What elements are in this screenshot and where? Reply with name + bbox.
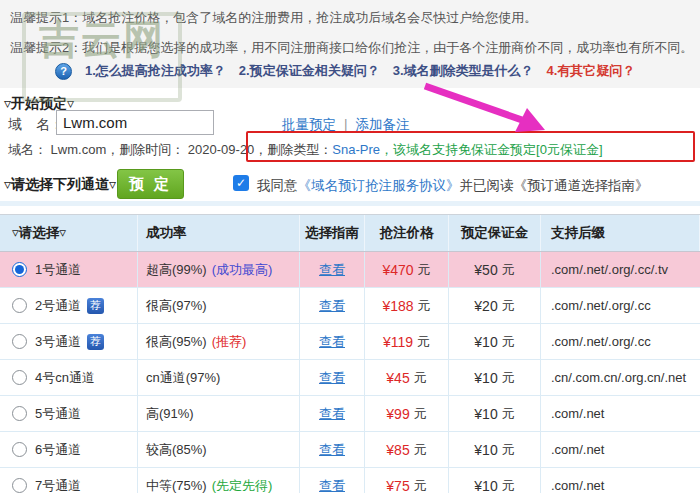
price-unit: 元 <box>417 333 430 351</box>
recommend-badge: 荐 <box>87 334 104 350</box>
header-suffixes: 支持后缀 <box>541 215 700 251</box>
rate-cell: 超高(99%) (成功最高) <box>138 252 300 287</box>
guide-cell: 查看 <box>300 288 365 323</box>
price-value: ¥470 <box>382 262 413 278</box>
agree-prefix: 我同意 <box>257 178 298 193</box>
faq-row: ? 1.怎么提高抢注成功率？ 2.预定保证金相关疑问？ 3.域名删除类型是什么？… <box>55 62 635 80</box>
suffix-cell: .com/.net/.org/.cc/.tv <box>541 252 700 287</box>
price-cell: ¥470 元 <box>365 252 449 287</box>
deposit-cell: ¥10 元 <box>449 324 541 359</box>
recommend-badge: 荐 <box>87 298 104 314</box>
rate-cell: 中等(75%) (先定先得) <box>138 468 300 493</box>
suffix-cell: .com/.net/.org/.cc <box>541 288 700 323</box>
channel-radio[interactable] <box>12 370 27 385</box>
header-guide: 选择指南 <box>300 215 365 251</box>
suffix-cell: .com/.net <box>541 432 700 467</box>
rate-cell: 很高(97%) <box>138 288 300 323</box>
service-agreement-link[interactable]: 《域名预订抢注服务协议》 <box>298 178 460 193</box>
help-icon: ? <box>55 63 72 80</box>
suffixes: .com/.net/.org/.cc/.tv <box>551 262 668 277</box>
select-cell: 7号通道 <box>0 468 138 493</box>
rate-cell: 很高(95%) (推荐) <box>138 324 300 359</box>
agreement-line: 我同意《域名预订抢注服务协议》并已阅读《预订通道选择指南》 <box>257 177 649 195</box>
view-guide-link[interactable]: 查看 <box>319 405 345 423</box>
price-unit: 元 <box>414 369 427 387</box>
deposit-cell: ¥10 元 <box>449 360 541 395</box>
price-cell: ¥99 元 <box>365 396 449 431</box>
faq-link-deposit[interactable]: 2.预定保证金相关疑问？ <box>239 62 380 80</box>
guide-cell: 查看 <box>300 324 365 359</box>
domain-info-line: 域名： Lwm.com，删除时间： 2020-09-20，删除类型：Sna-Pr… <box>8 141 603 159</box>
channel-section-title: ▿请选择下列通道▿ <box>4 176 116 194</box>
deposit-value: ¥10 <box>474 442 497 458</box>
view-guide-link[interactable]: 查看 <box>319 297 345 315</box>
suffixes: .com/.net <box>551 442 604 457</box>
notice-line-2: 温馨提示2：我们是根据您选择的成功率，用不同注册商接口给你们抢注，由于各个注册商… <box>10 39 693 57</box>
header-select: ▿请选择▿ <box>0 215 138 251</box>
agree-checkbox[interactable]: ✓ <box>233 175 249 191</box>
channel-radio[interactable] <box>12 334 27 349</box>
deposit-unit: 元 <box>502 297 515 315</box>
suffix-cell: .com/.net <box>541 468 700 493</box>
price-unit: 元 <box>414 477 427 493</box>
domain-info-prefix: 域名： Lwm.com，删除时间： 2020-09-20， <box>8 142 267 157</box>
view-guide-link[interactable]: 查看 <box>319 441 345 459</box>
view-guide-link[interactable]: 查看 <box>319 261 345 279</box>
deposit-value: ¥20 <box>474 298 497 314</box>
select-cell: 6号通道 <box>0 432 138 467</box>
suffix-cell: .com/.net <box>541 396 700 431</box>
view-guide-link[interactable]: 查看 <box>319 369 345 387</box>
guide-cell: 查看 <box>300 468 365 493</box>
channel-radio[interactable] <box>12 478 27 493</box>
view-guide-link[interactable]: 查看 <box>319 477 345 493</box>
channel-label: 7号通道 <box>35 477 81 493</box>
free-deposit-note: ，该域名支持免保证金预定[0元保证金] <box>380 142 602 157</box>
table-row-channel-2: 2号通道 荐 很高(97%) 查看 ¥188 元 ¥20 元 .com/.net… <box>0 288 700 324</box>
price-value: ¥85 <box>386 442 409 458</box>
suffixes: .com/.net <box>551 478 604 493</box>
table-row-channel-5: 5号通道 高(91%) 查看 ¥99 元 ¥10 元 .com/.net <box>0 396 700 432</box>
domain-links: 批量预定 | 添加备注 <box>282 116 410 134</box>
price-cell: ¥85 元 <box>365 432 449 467</box>
faq-link-delete-type[interactable]: 3.域名删除类型是什么？ <box>393 62 534 80</box>
channel-radio[interactable] <box>12 406 27 421</box>
suffixes: .com/.net/.org/.cc <box>551 298 651 313</box>
success-rate: 高(91%) <box>146 405 194 423</box>
select-cell: 5号通道 <box>0 396 138 431</box>
deposit-value: ¥10 <box>474 370 497 386</box>
table-row-channel-7: 7号通道 中等(75%) (先定先得) 查看 ¥75 元 ¥10 元 .com/… <box>0 468 700 493</box>
faq-link-success-rate[interactable]: 1.怎么提高抢注成功率？ <box>85 62 226 80</box>
select-cell: 2号通道 荐 <box>0 288 138 323</box>
channel-radio[interactable] <box>12 442 27 457</box>
links-divider: | <box>344 116 348 134</box>
suffixes: .com/.net <box>551 406 604 421</box>
faq-link-other[interactable]: 4.有其它疑问？ <box>547 62 636 80</box>
add-note-link[interactable]: 添加备注 <box>356 116 410 134</box>
table-row-channel-4: 4号cn通道 cn通道(97%) 查看 ¥45 元 ¥10 元 .cn/.com… <box>0 360 700 396</box>
price-unit: 元 <box>414 405 427 423</box>
notice-line-1: 温馨提示1：域名抢注价格，包含了域名的注册费用，抢注成功后域名会尽快过户给您使用… <box>10 9 537 27</box>
price-cell: ¥119 元 <box>365 324 449 359</box>
select-cell: 4号cn通道 <box>0 360 138 395</box>
rate-note: (推荐) <box>212 333 247 351</box>
channel-radio[interactable] <box>12 262 27 277</box>
price-unit: 元 <box>414 441 427 459</box>
reserve-button[interactable]: 预 定 <box>117 169 184 199</box>
batch-booking-link[interactable]: 批量预定 <box>282 116 336 134</box>
domain-input[interactable] <box>56 110 214 135</box>
channel-label: 1号通道 <box>35 261 81 279</box>
channel-table: ▿请选择▿ 成功率 选择指南 抢注价格 预定保证金 支持后缀 1号通道 超高(9… <box>0 214 700 493</box>
table-row-channel-1: 1号通道 超高(99%) (成功最高) 查看 ¥470 元 ¥50 元 .com… <box>0 252 700 288</box>
view-guide-link[interactable]: 查看 <box>319 333 345 351</box>
channel-label: 2号通道 <box>35 297 81 315</box>
deposit-cell: ¥20 元 <box>449 288 541 323</box>
price-value: ¥119 <box>383 334 413 350</box>
success-rate: 中等(75%) <box>146 477 207 493</box>
delete-type-label: 删除类型： <box>267 142 332 157</box>
delete-type-value: Sna-Pre <box>332 142 380 157</box>
price-value: ¥75 <box>386 478 409 493</box>
deposit-unit: 元 <box>502 477 515 493</box>
table-header-row: ▿请选择▿ 成功率 选择指南 抢注价格 预定保证金 支持后缀 <box>0 214 700 252</box>
channel-radio[interactable] <box>12 298 27 313</box>
guide-cell: 查看 <box>300 360 365 395</box>
